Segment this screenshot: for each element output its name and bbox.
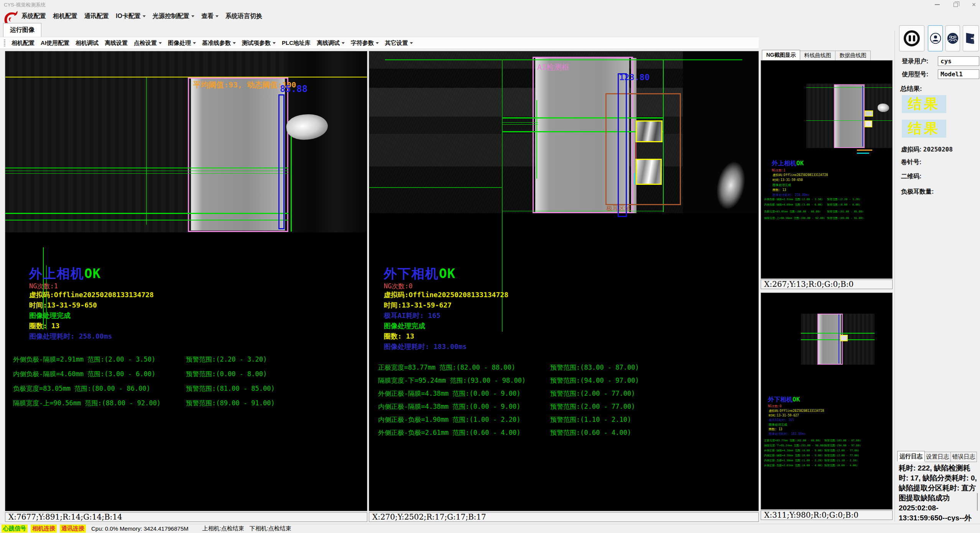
app-window: CYS-视觉检测系统 × 系统配置 相机配置 通讯配置 IO卡配置 光源控制配置… [0, 0, 980, 533]
thumb-time: 时间:13-31-59-627 [769, 413, 799, 418]
chevron-down-icon [410, 42, 413, 44]
thumb-measurement: 预警范围:(83.00 - 87.00) [824, 439, 861, 443]
lower-camera-coords-bar: X:270;Y:2502;R:17;G:17;B:17 [369, 512, 759, 522]
process-time-text: 图像处理耗时: 183.00ms [384, 342, 467, 351]
minimize-button[interactable] [931, 1, 943, 8]
chevron-down-icon [233, 42, 236, 44]
thumb-time: 时间:13-31-59-650 [773, 178, 803, 182]
exit-button[interactable] [963, 25, 979, 51]
measurement-value: 外侧负极-隔膜=2.91mm 范围:(2.00 - 3.50) [13, 355, 155, 364]
pause-button[interactable] [899, 25, 924, 51]
menu-view[interactable]: 查看 [201, 12, 219, 20]
tab-error-log[interactable]: 错误日志 [951, 452, 977, 462]
process-done-text: 图像处理完成 [29, 311, 71, 320]
menu-label: 系统语言切换 [225, 12, 262, 20]
panel-divider [894, 31, 895, 521]
tab-material-curve[interactable]: 料线曲线图 [800, 51, 835, 61]
chevron-down-icon [376, 42, 379, 44]
tool-ai-usage-config[interactable]: AI使用配置 [41, 39, 69, 47]
tab-region-label: 极耳区域 [606, 205, 631, 213]
thumb-loop-count: 圈数: 13 [769, 427, 782, 431]
tool-label: 相机配置 [12, 39, 35, 47]
comm-link-status-badge: 通讯连接 [60, 525, 86, 533]
tool-baseline-params[interactable]: 基准线参数 [202, 39, 236, 47]
camera-name: 外下相机 [768, 396, 793, 403]
tool-offline-settings[interactable]: 离线设置 [105, 39, 128, 47]
tab-detect-box-yellow [636, 159, 662, 185]
menu-comm-config[interactable]: 通讯配置 [84, 12, 109, 20]
tool-label: 字符参数 [351, 39, 374, 47]
anode-tab-count-label: 负极耳数量: [901, 188, 934, 196]
roi-line-green [801, 333, 875, 334]
thumb-measurement: 隔膜宽度-上=90.56mm 范围:(88.00 - 92.00) [764, 216, 825, 220]
tool-spot-check[interactable]: 点检设置 [134, 39, 162, 47]
log-scrollbar[interactable] [977, 493, 978, 511]
virtual-code-label: 虚拟码: [901, 146, 921, 153]
tool-label: 基准线参数 [202, 39, 231, 47]
thumb-measurement: 外侧正极-负极=2.61mm 范围:(0.60 - 4.00) [764, 464, 823, 467]
roi-line-green [146, 77, 147, 225]
camera-result-title: 外下相机OK [384, 265, 455, 283]
upper-camera-image[interactable]: 平均阈值:93, 动态阈值:100 85.88 [5, 51, 367, 232]
login-user-input[interactable]: cys [938, 56, 979, 66]
thumb-process-time: 图像处理耗时: 258.00ms [773, 193, 809, 197]
measurement-warning: 预警范围:(81.00 - 85.00) [186, 384, 275, 393]
tab-run-image[interactable]: 运行图像 [3, 23, 41, 37]
tool-image-processing[interactable]: 图像处理 [168, 39, 196, 47]
restore-button[interactable] [949, 1, 962, 8]
upper-camera-panel: 平均阈值:93, 动态阈值:100 85.88 外上相机OK NG次数:1 虚拟… [5, 51, 367, 511]
thumb-metal-tab [878, 104, 889, 112]
tool-camera-config[interactable]: 相机配置 [12, 39, 35, 47]
tab-run-log[interactable]: 运行日志 [897, 451, 925, 461]
tool-other-settings[interactable]: 其它设置 [385, 39, 413, 47]
menu-light-control-config[interactable]: 光源控制配置 [153, 12, 194, 20]
tool-plc-address-lib[interactable]: PLC地址库 [282, 39, 311, 47]
window-title: CYS-视觉检测系统 [4, 2, 46, 8]
virtual-code-row: 虚拟码: 20250208 [901, 146, 953, 154]
toolbar-grip-icon[interactable] [4, 39, 5, 46]
measurement-value: 隔膜宽度-上=90.56mm 范围:(88.00 - 92.00) [13, 399, 161, 408]
tool-label: 离线调试 [317, 39, 340, 47]
thumb-virtual-code: 虚拟码:Offline20250208133134728 [769, 409, 824, 413]
roi-line-green [502, 122, 538, 123]
measurement-warning: 预警范围:(0.00 - 8.00) [186, 370, 267, 378]
menu-io-card-config[interactable]: IO卡配置 [116, 12, 146, 20]
view-tab-row: 运行图像 [0, 23, 759, 37]
tab-data-curve[interactable]: 数据曲线图 [835, 51, 871, 61]
tool-label: 图像处理 [168, 39, 191, 47]
tab-settings-log[interactable]: 设置日志 [925, 452, 951, 462]
model-input[interactable]: Model1 [938, 69, 979, 79]
menu-label: 相机配置 [53, 12, 77, 20]
lower-camera-panel: AI检测框 123.80 极耳区域 外下相机OK NG次数:0 虚拟码:Offl… [369, 51, 759, 511]
image-background [287, 51, 367, 232]
thumb-measurement: 预警范围:(0.00 - 8.00) [827, 203, 860, 207]
tool-test-item-params[interactable]: 测试项参数 [242, 39, 276, 47]
ng-thumbnail-upper[interactable]: 外上相机OK NG次数:1 虚拟码:Offline202502081331347… [761, 60, 893, 279]
ng-count-text: NG次数:1 [29, 282, 58, 291]
tool-char-params[interactable]: 字符参数 [351, 39, 379, 47]
tab-label: NG截图显示 [766, 52, 796, 59]
user-button[interactable] [928, 25, 943, 51]
menu-language-switch[interactable]: 系统语言切换 [225, 12, 262, 20]
chevron-down-icon [193, 42, 196, 44]
menu-camera-config[interactable]: 相机配置 [53, 12, 77, 20]
menu-label: 查看 [201, 12, 214, 20]
menu-label: 光源控制配置 [153, 12, 189, 20]
lower-camera-image[interactable]: AI检测框 123.80 [369, 51, 758, 213]
ng-thumb-upper-coords: X:267;Y:13;R:0;G:0;B:0 [761, 280, 893, 289]
tab-ng-screenshot[interactable]: NG截图显示 [762, 50, 800, 60]
tool-offline-debug[interactable]: 离线调试 [317, 39, 345, 47]
pause-icon [904, 30, 920, 46]
tool-camera-debug[interactable]: 相机调试 [76, 39, 99, 47]
thumb-measurement: 内侧正极-负极=1.90mm 范围:(1.00 - 2.20) [764, 459, 823, 462]
chevron-down-icon [215, 15, 219, 17]
menu-system-config[interactable]: 系统配置 [21, 12, 46, 20]
roi-line-green [536, 100, 537, 179]
close-button[interactable]: × [968, 1, 980, 8]
users-group-icon [947, 32, 959, 44]
measurement-value: 正极宽度=83.77mm 范围:(82.00 - 88.00) [378, 363, 515, 372]
users-group-button[interactable] [945, 25, 960, 51]
measurement-value: 负极宽度=83.05mm 范围:(80.00 - 86.00) [13, 384, 150, 393]
width-value-overlay: 85.88 [280, 84, 307, 94]
ng-thumbnail-lower[interactable]: 外下相机OK NG次数:0 虚拟码:Offline202502081331347… [761, 293, 893, 510]
